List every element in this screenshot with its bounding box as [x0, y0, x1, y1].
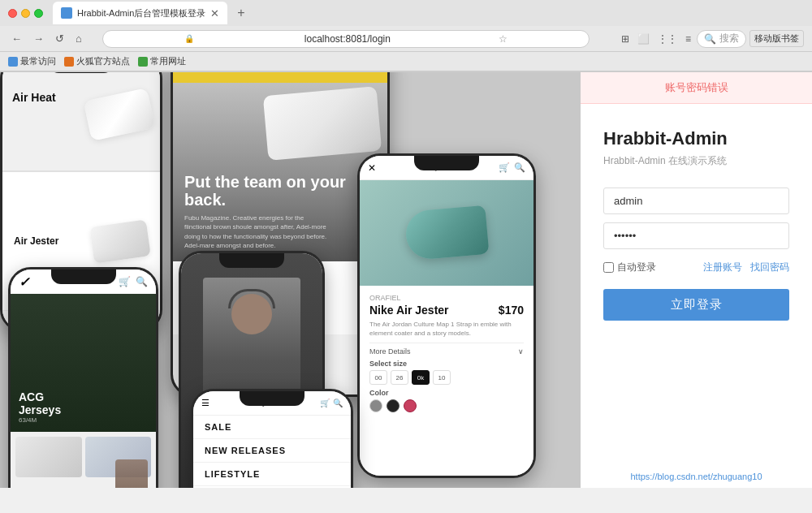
- error-banner: 账号密码错误: [581, 72, 812, 104]
- screenshot-icon[interactable]: ⬜: [635, 32, 652, 46]
- p5-color-dark[interactable]: [387, 399, 400, 412]
- search-placeholder: 搜索: [719, 32, 739, 45]
- phone-notch-3: [51, 269, 116, 284]
- bookmark-firefox-label: 火狐官方站点: [76, 55, 130, 67]
- login-links: 注册账号 找回密码: [703, 261, 789, 274]
- p5-sizes-row: 00 26 0k 10: [369, 370, 524, 385]
- settings-icon[interactable]: ⋮⋮: [655, 32, 680, 46]
- username-input[interactable]: [603, 188, 789, 214]
- p3-product-1: [15, 437, 82, 477]
- forgot-link[interactable]: 找回密码: [750, 261, 789, 274]
- menu-icon[interactable]: ≡: [683, 32, 693, 46]
- p2-header: NEW 100 Percent BUY: [173, 72, 387, 83]
- p5-search-icon[interactable]: 🔍: [514, 162, 525, 173]
- p6-menu-lifestyle[interactable]: LIFESTYLE: [193, 463, 351, 486]
- p5-name-price-row: Nike Air Jester $170: [369, 304, 524, 317]
- login-form-area: Hrabbit-Admin Hrabbit-Admin 在线演示系统 自动登录 …: [581, 104, 812, 465]
- air-jester-label: Air Jester: [14, 235, 58, 247]
- p6-menu-new-releases[interactable]: NEW RELEASES: [193, 439, 351, 463]
- extensions-icon[interactable]: ⊞: [619, 32, 632, 46]
- p3-search-icon[interactable]: 🔍: [136, 276, 148, 287]
- password-input[interactable]: [603, 222, 789, 249]
- p5-size-00[interactable]: 00: [369, 370, 387, 385]
- p5-details-chevron[interactable]: ∨: [518, 347, 524, 356]
- error-text: 账号密码错误: [665, 81, 728, 93]
- p3-hero-text: ACG Jerseys: [19, 391, 148, 416]
- bookmark-icon: [138, 57, 148, 67]
- p2-hero-desc: Fubu Magazine. Creative energies for the…: [184, 213, 330, 250]
- p5-product-price: $170: [499, 304, 524, 317]
- phone-inner-5: ✕ ✓ 🛒 🔍 ORAFIEL Nike Air Jester: [360, 156, 533, 476]
- p2-shoe-img: [263, 86, 382, 161]
- bookmark-most-visited-label: 最常访问: [20, 55, 56, 67]
- bookmark-icon: [8, 57, 18, 67]
- tab-close-button[interactable]: ✕: [210, 7, 219, 19]
- p6-cart-icon[interactable]: 🛒: [320, 399, 330, 407]
- browser-tab[interactable]: Hrabbit-Admin后台管理模板登录 ✕: [53, 2, 227, 24]
- p5-product-desc: The Air Jordan Culture Map 1 Strap in em…: [369, 320, 524, 338]
- p5-details-label[interactable]: More Details: [369, 347, 411, 356]
- p5-cart-icon[interactable]: 🛒: [499, 162, 510, 173]
- browser-chrome: Hrabbit-Admin后台管理模板登录 ✕ + ← → ↺ ⌂ 🔒 loca…: [0, 0, 812, 72]
- tab-favicon: [61, 7, 72, 19]
- bookmark-icon: [64, 57, 74, 67]
- footer-url-text: https://blog.csdn.net/zhuguang10: [630, 472, 762, 481]
- footer-url: https://blog.csdn.net/zhuguang10: [581, 465, 812, 488]
- register-link[interactable]: 注册账号: [703, 261, 742, 274]
- p5-colors-label: Color: [369, 389, 524, 397]
- p2-hero: Put the team on your back. Fubu Magazine…: [173, 83, 387, 261]
- forward-button[interactable]: →: [30, 31, 47, 46]
- p5-color-gray[interactable]: [369, 399, 382, 412]
- toolbar-right: ⊞ ⬜ ⋮⋮ ≡ 🔍 搜索 移动版书签: [619, 30, 804, 48]
- home-button[interactable]: ⌂: [72, 31, 85, 46]
- minimize-traffic-light[interactable]: [21, 9, 30, 18]
- bookmark-star-icon[interactable]: ☆: [425, 33, 581, 45]
- bookmark-common[interactable]: 常用网址: [138, 55, 186, 67]
- p5-size-0k[interactable]: 0k: [412, 370, 430, 385]
- p6-menu-icon[interactable]: ☰: [201, 398, 209, 408]
- p5-size-26[interactable]: 26: [391, 370, 408, 385]
- p5-close-btn[interactable]: ✕: [368, 162, 376, 174]
- bookmark-firefox[interactable]: 火狐官方站点: [64, 55, 130, 67]
- auto-login-checkbox[interactable]: [603, 262, 614, 273]
- p4-person-head: [231, 294, 272, 334]
- phone-notch-5: [414, 156, 479, 170]
- p6-search-icon[interactable]: 🔍: [333, 399, 343, 407]
- p6-menu-sale[interactable]: SALE: [193, 416, 351, 439]
- p5-product-image: [360, 180, 533, 286]
- mobile-toggle-button[interactable]: 移动版书签: [749, 30, 804, 47]
- lock-icon: 🔒: [111, 34, 266, 43]
- url-bar[interactable]: 🔒 localhost:8081/login ☆: [102, 30, 590, 48]
- p3-person-silhouette: [115, 459, 148, 488]
- login-title: Hrabbit-Admin: [603, 128, 789, 149]
- p5-shoe-image: [404, 205, 490, 261]
- title-bar: Hrabbit-Admin后台管理模板登录 ✕ +: [0, 0, 812, 26]
- new-tab-button[interactable]: +: [232, 2, 249, 24]
- p5-sizes-label: Select size: [369, 360, 524, 368]
- bookmark-most-visited[interactable]: 最常访问: [8, 55, 56, 67]
- phone-notch-6: [240, 391, 304, 406]
- back-button[interactable]: ←: [8, 31, 25, 46]
- p5-size-10[interactable]: 10: [433, 370, 451, 385]
- bookmarks-bar: 最常访问 火狐官方站点 常用网址: [0, 52, 812, 71]
- traffic-lights: [8, 9, 43, 18]
- tab-title: Hrabbit-Admin后台管理模板登录: [77, 7, 205, 19]
- p5-color-red[interactable]: [404, 399, 417, 412]
- phone-notch-4: [219, 253, 284, 268]
- p3-cart-icon[interactable]: 🛒: [119, 276, 131, 287]
- auto-login-label[interactable]: 自动登录: [603, 261, 656, 274]
- headphones: [228, 289, 275, 308]
- close-traffic-light[interactable]: [8, 9, 17, 18]
- air-jester-shoe: [89, 219, 151, 263]
- maximize-traffic-light[interactable]: [34, 9, 43, 18]
- p5-product-info: ORAFIEL Nike Air Jester $170 The Air Jor…: [360, 286, 533, 476]
- phone-notch-1: [49, 72, 114, 73]
- p5-product-name: Nike Air Jester: [369, 304, 449, 317]
- navigation-toolbar: ← → ↺ ⌂ 🔒 localhost:8081/login ☆ ⊞ ⬜ ⋮⋮ …: [0, 26, 812, 52]
- reload-button[interactable]: ↺: [52, 31, 67, 46]
- bookmark-common-label: 常用网址: [150, 55, 186, 67]
- search-bar[interactable]: 🔍 搜索: [697, 30, 746, 48]
- p6-menu-list: SALE NEW RELEASES LIFESTYLE: [193, 416, 351, 488]
- login-submit-button[interactable]: 立即登录: [603, 289, 789, 321]
- auto-login-text: 自动登录: [617, 261, 656, 274]
